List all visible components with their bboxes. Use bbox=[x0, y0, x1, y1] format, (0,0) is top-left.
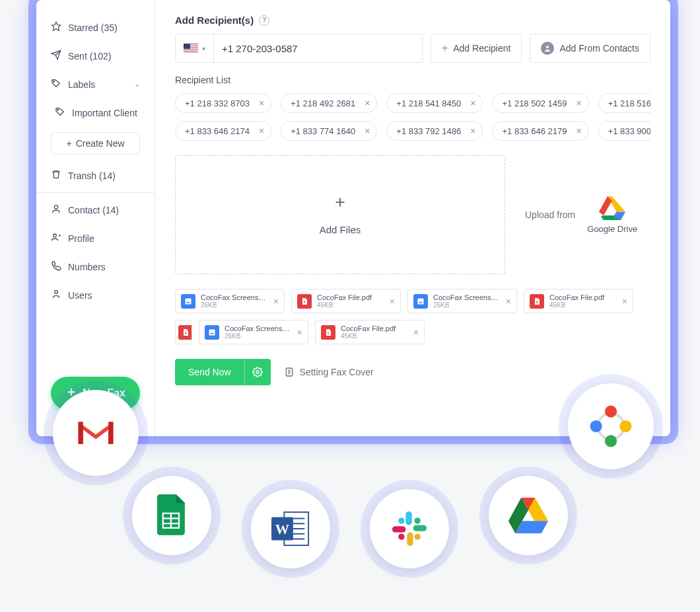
setting-fax-cover-link[interactable]: Setting Fax Cover bbox=[284, 367, 374, 377]
file-attachment[interactable]: CocoFax Screensho…26KB× bbox=[407, 289, 517, 313]
file-attachment[interactable]: CocoFax Screensho…26KB× bbox=[199, 320, 308, 344]
create-new-button[interactable]: + Create New bbox=[51, 132, 140, 155]
remove-recipient-icon[interactable]: × bbox=[259, 98, 264, 108]
image-icon bbox=[413, 294, 428, 309]
chevron-down-icon: ▾ bbox=[202, 45, 205, 52]
help-icon[interactable]: ? bbox=[259, 15, 269, 26]
remove-recipient-icon[interactable]: × bbox=[470, 126, 475, 136]
pdf-icon: A bbox=[321, 325, 335, 340]
file-name: CocoFax File.pdf bbox=[317, 293, 384, 301]
trash-label: Transh (14) bbox=[68, 171, 116, 181]
integration-drive[interactable] bbox=[489, 476, 568, 555]
remove-file-icon[interactable]: × bbox=[390, 296, 395, 307]
file-name: CocoFax File.pdf bbox=[341, 325, 408, 332]
svg-point-35 bbox=[605, 435, 617, 447]
recipient-chip[interactable]: +1 833 900 3521× bbox=[598, 121, 650, 141]
file-attachment[interactable]: ACocoFax File.pdf45KB× bbox=[291, 289, 401, 313]
file-attachment[interactable]: CocoFax Screensho…26KB× bbox=[175, 289, 285, 313]
svg-point-3 bbox=[54, 206, 57, 209]
svg-rect-7 bbox=[186, 298, 192, 304]
phone-number-input[interactable] bbox=[214, 43, 422, 54]
file-size: 26KB bbox=[225, 332, 292, 340]
send-settings-button[interactable] bbox=[244, 359, 271, 385]
sidebar-item-users[interactable]: Users bbox=[36, 281, 155, 309]
remove-recipient-icon[interactable]: × bbox=[470, 98, 475, 108]
recipient-chip[interactable]: +1 833 774 1640× bbox=[281, 121, 377, 141]
integration-slack[interactable] bbox=[370, 489, 449, 568]
plus-icon: + bbox=[442, 42, 448, 54]
recipient-chip[interactable]: +1 218 332 8703× bbox=[175, 93, 271, 113]
file-size: 45KB bbox=[341, 332, 408, 340]
recipient-number: +1 218 502 1459 bbox=[502, 98, 567, 108]
recipient-chip[interactable]: +1 218 492 2681× bbox=[281, 93, 377, 113]
image-icon bbox=[181, 294, 195, 309]
svg-point-36 bbox=[590, 420, 602, 432]
recipient-chip[interactable]: +1 833 646 2179× bbox=[492, 121, 588, 141]
sidebar-item-sent[interactable]: Sent (102) bbox=[36, 42, 155, 70]
svg-rect-12 bbox=[209, 329, 215, 335]
svg-point-33 bbox=[605, 406, 617, 418]
recipient-chip[interactable]: +1 833 646 2174× bbox=[175, 121, 271, 141]
sidebar-item-numbers[interactable]: Numbers bbox=[36, 252, 155, 281]
app-window: Starred (35) Sent (102) Labels ⌄ Importa… bbox=[36, 0, 670, 436]
star-icon bbox=[51, 21, 61, 34]
remove-file-icon[interactable]: × bbox=[622, 296, 627, 307]
recipient-number: +1 218 332 8703 bbox=[185, 98, 250, 108]
file-attachment[interactable]: ACocoFax File.pdf45KB× bbox=[315, 320, 425, 344]
sidebar-item-important-client[interactable]: Important Client bbox=[36, 98, 155, 127]
google-drive-upload[interactable]: Google Drive bbox=[587, 196, 637, 234]
file-attachment[interactable]: ACocoFax File.pdf45KB× bbox=[524, 289, 633, 313]
recipient-chip[interactable]: +1 218 502 1459× bbox=[492, 93, 588, 113]
file-name: CocoFax Screensho… bbox=[433, 293, 501, 301]
svg-rect-22 bbox=[407, 533, 413, 547]
remove-file-icon[interactable]: × bbox=[413, 327, 419, 338]
send-icon bbox=[51, 50, 61, 62]
phone-input-group: ▾ bbox=[175, 34, 423, 63]
remove-recipient-icon[interactable]: × bbox=[365, 98, 370, 108]
phone-icon bbox=[51, 260, 61, 273]
remove-recipient-icon[interactable]: × bbox=[576, 126, 581, 136]
send-now-button[interactable]: Send Now bbox=[175, 359, 244, 385]
sidebar-item-labels[interactable]: Labels ⌄ bbox=[36, 70, 155, 98]
recipient-chip-row: +1 833 646 2174×+1 833 774 1640×+1 833 7… bbox=[175, 121, 650, 141]
create-new-label: Create New bbox=[76, 138, 125, 149]
file-size: 26KB bbox=[433, 301, 501, 309]
svg-point-4 bbox=[53, 234, 57, 237]
svg-point-1 bbox=[53, 81, 55, 82]
recipient-number: +1 833 646 2174 bbox=[185, 126, 250, 136]
svg-point-25 bbox=[414, 517, 420, 523]
sidebar-item-profile[interactable]: Profile bbox=[36, 224, 155, 252]
sidebar: Starred (35) Sent (102) Labels ⌄ Importa… bbox=[36, 0, 155, 436]
file-name: CocoFax File.pdf bbox=[549, 293, 617, 301]
integration-sheets[interactable] bbox=[132, 476, 211, 555]
country-select[interactable]: ▾ bbox=[176, 34, 214, 62]
recipient-chip[interactable]: +1 218 516 8441× bbox=[598, 93, 650, 113]
remove-recipient-icon[interactable]: × bbox=[576, 98, 581, 108]
recipient-chip[interactable]: +1 833 792 1486× bbox=[386, 121, 483, 141]
add-recipient-button[interactable]: + Add Recipient bbox=[431, 34, 522, 63]
remove-recipient-icon[interactable]: × bbox=[365, 126, 370, 136]
remove-recipient-icon[interactable]: × bbox=[259, 126, 264, 136]
sidebar-item-trash[interactable]: Transh (14) bbox=[36, 161, 155, 190]
file-attachment[interactable]: A bbox=[175, 320, 192, 344]
add-recipient-label: Add Recipient bbox=[453, 43, 510, 54]
sidebar-item-contact[interactable]: Contact (14) bbox=[36, 196, 155, 224]
remove-file-icon[interactable]: × bbox=[273, 296, 279, 307]
remove-file-icon[interactable]: × bbox=[297, 327, 302, 338]
add-from-contacts-label: Add From Contacts bbox=[559, 43, 639, 54]
integration-circles[interactable] bbox=[568, 383, 654, 469]
recipient-chip[interactable]: +1 218 541 8450× bbox=[386, 93, 483, 113]
us-flag-icon bbox=[184, 44, 198, 54]
file-size: 45KB bbox=[317, 301, 384, 309]
sidebar-item-starred[interactable]: Starred (35) bbox=[36, 13, 155, 42]
integration-gmail[interactable] bbox=[53, 390, 139, 476]
add-from-contacts-button[interactable]: Add From Contacts bbox=[530, 34, 650, 63]
document-icon bbox=[284, 367, 295, 377]
remove-file-icon[interactable]: × bbox=[506, 296, 511, 307]
integration-word[interactable]: W bbox=[251, 489, 330, 568]
recipient-number: +1 833 774 1640 bbox=[291, 126, 355, 136]
svg-point-5 bbox=[55, 290, 58, 293]
file-size: 26KB bbox=[201, 301, 268, 309]
add-files-dropzone[interactable]: Add Files bbox=[175, 155, 505, 274]
recipient-input-row: ▾ + Add Recipient Add From Contacts bbox=[175, 34, 650, 63]
